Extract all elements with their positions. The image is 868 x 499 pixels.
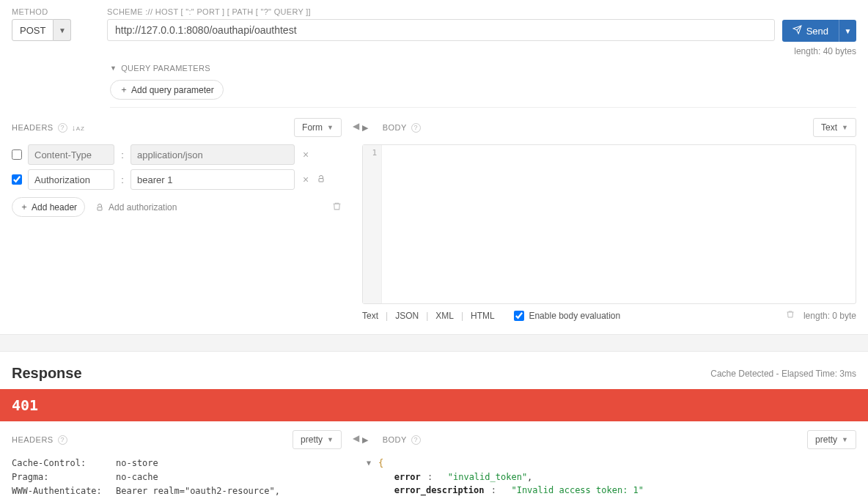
resp-header-key: WWW-Authenticate: <box>12 484 103 499</box>
enable-body-eval-checkbox[interactable] <box>514 311 524 321</box>
colon: : <box>120 174 125 185</box>
header-name-input[interactable] <box>28 169 114 190</box>
send-button[interactable]: Send <box>782 20 839 42</box>
response-body-mode-label: pretty <box>815 435 837 445</box>
json-collapse-icon[interactable]: ▼ <box>367 457 371 469</box>
body-mode-label: Text <box>821 122 837 133</box>
expand-right-icon[interactable]: ▶ <box>362 123 369 133</box>
body-length-hint: length: 0 byte <box>803 311 856 321</box>
header-checkbox[interactable] <box>12 149 22 160</box>
help-icon[interactable]: ? <box>411 435 421 445</box>
query-params-title: QUERY PARAMETERS <box>121 64 210 73</box>
body-editor[interactable]: 1 <box>362 144 856 304</box>
url-input[interactable] <box>107 19 775 41</box>
editor-gutter: 1 <box>363 145 382 303</box>
add-authorization-link[interactable]: Add authorization <box>95 202 177 212</box>
header-row: : × <box>12 169 342 190</box>
query-params-toggle[interactable]: ▼ QUERY PARAMETERS <box>110 56 856 80</box>
response-headers-title: HEADERS <box>12 435 54 444</box>
url-length-hint: length: 40 bytes <box>12 46 856 56</box>
response-header-row: Cache-Control: no-store <box>12 457 342 470</box>
plus-icon: ＋ <box>119 84 128 96</box>
svg-rect-0 <box>319 178 323 182</box>
remove-header-icon[interactable]: × <box>301 149 311 160</box>
chevron-down-icon: ▼ <box>842 124 848 131</box>
header-checkbox[interactable] <box>12 174 22 185</box>
chevron-down-icon: ▼ <box>842 436 848 443</box>
body-tab-text[interactable]: Text <box>362 311 378 321</box>
url-label: SCHEME :// HOST [ ":" PORT ] [ PATH [ "?… <box>107 7 775 16</box>
headers-title: HEADERS <box>12 123 54 132</box>
method-label: METHOD <box>12 7 100 16</box>
add-query-param-button[interactable]: ＋ Add query parameter <box>110 80 224 100</box>
response-body-mode-dropdown[interactable]: pretty ▼ <box>807 430 856 449</box>
collapse-left-icon[interactable]: ◀ <box>353 121 359 131</box>
send-button-label: Send <box>806 26 828 37</box>
header-value-input[interactable] <box>130 144 295 165</box>
body-mode-dropdown[interactable]: Text ▼ <box>813 118 856 137</box>
enable-body-eval[interactable]: Enable body evaluation <box>514 311 620 321</box>
remove-header-icon[interactable]: × <box>301 174 311 185</box>
lock-icon[interactable] <box>317 174 326 185</box>
send-icon <box>792 25 802 37</box>
header-value-input[interactable] <box>130 169 295 190</box>
help-icon[interactable]: ? <box>58 123 67 133</box>
resp-header-value: no-cache <box>116 470 342 484</box>
response-header-row: Pragma: no-cache <box>12 470 342 484</box>
body-tab-json[interactable]: JSON <box>395 311 419 321</box>
chevron-down-icon: ▼ <box>327 124 334 131</box>
resp-header-value: no-store <box>116 457 342 470</box>
response-header-row: WWW-Authenticate: Bearer realm="oauth2-r… <box>12 484 342 499</box>
help-icon[interactable]: ? <box>411 123 421 133</box>
add-auth-label: Add authorization <box>108 202 177 212</box>
method-select[interactable]: POST <box>12 19 54 41</box>
chevron-down-icon: ▼ <box>327 436 334 443</box>
headers-mode-label: Form <box>302 122 323 133</box>
help-icon[interactable]: ? <box>58 435 67 445</box>
add-header-button[interactable]: ＋ Add header <box>12 197 85 217</box>
enable-body-eval-label: Enable body evaluation <box>529 311 620 321</box>
collapse-left-icon[interactable]: ◀ <box>353 433 359 443</box>
plus-icon: ＋ <box>20 201 29 213</box>
resp-header-value: Bearer realm="oauth2-resource", error="i… <box>116 484 342 499</box>
body-title: BODY <box>383 123 407 132</box>
header-name-input[interactable] <box>28 144 114 165</box>
header-row: : × <box>12 144 342 165</box>
caret-down-icon: ▼ <box>110 64 117 72</box>
add-header-label: Add header <box>32 202 77 212</box>
add-query-param-label: Add query parameter <box>131 85 214 95</box>
method-select-caret[interactable]: ▼ <box>54 19 71 41</box>
headers-mode-dropdown[interactable]: Form ▼ <box>294 118 342 137</box>
svg-rect-1 <box>98 207 102 210</box>
body-tab-html[interactable]: HTML <box>471 311 495 321</box>
response-body-title: BODY <box>383 435 407 444</box>
resp-header-key: Pragma: <box>12 470 103 484</box>
response-status-code: 401 <box>0 389 868 421</box>
sort-icon[interactable]: ↓A Z <box>72 123 85 132</box>
resp-header-key: Cache-Control: <box>12 457 103 470</box>
colon: : <box>120 149 125 160</box>
response-headers-mode-dropdown[interactable]: pretty ▼ <box>293 430 342 449</box>
trash-icon[interactable] <box>332 202 342 213</box>
response-title: Response <box>12 365 82 382</box>
body-tab-xml[interactable]: XML <box>435 311 454 321</box>
response-json-tree: ▼ { error : "invalid_token", error_descr… <box>362 457 856 499</box>
expand-right-icon[interactable]: ▶ <box>362 435 369 445</box>
method-value: POST <box>20 25 45 36</box>
send-button-caret[interactable]: ▼ <box>839 20 856 42</box>
trash-icon[interactable] <box>786 310 795 321</box>
response-headers-mode-label: pretty <box>301 435 323 445</box>
response-meta: Cache Detected - Elapsed Time: 3ms <box>710 369 856 379</box>
